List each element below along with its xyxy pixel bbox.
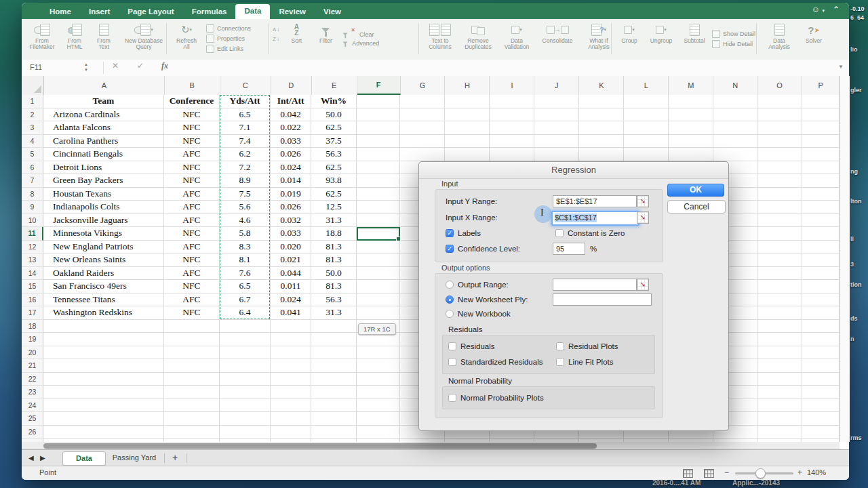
column-header-O[interactable]: O <box>757 76 802 95</box>
row-header-15[interactable]: 15 <box>22 280 43 293</box>
grid-cell[interactable]: Arizona Cardinals <box>43 108 164 122</box>
grid-cell[interactable]: AFC <box>164 267 220 281</box>
grid-cell[interactable] <box>802 253 840 267</box>
range-picker-icon[interactable]: ➘ <box>637 211 649 224</box>
grid-cell[interactable]: 0.019 <box>271 188 311 201</box>
grid-cell[interactable] <box>220 359 271 373</box>
text-to-columns-button[interactable]: Text to Columns <box>423 21 457 51</box>
grid-cell[interactable]: AFC <box>164 188 220 201</box>
output-range-label[interactable]: Output Range: <box>458 281 509 289</box>
collapse-ribbon-icon[interactable]: ⌃ <box>833 5 840 14</box>
grid-cell[interactable]: 62.5 <box>311 121 357 135</box>
grid-cell[interactable] <box>757 241 802 254</box>
grid-cell[interactable] <box>802 359 840 373</box>
desktop-icon-label[interactable]: ng <box>850 168 858 175</box>
output-range-field[interactable] <box>553 279 637 291</box>
grid-cell[interactable] <box>802 108 840 122</box>
grid-cell[interactable]: Oakland Raiders <box>43 267 164 281</box>
grid-cell[interactable] <box>311 399 357 413</box>
desktop-icon-label[interactable]: n <box>850 336 854 342</box>
subtotal-button[interactable]: Subtotal <box>679 21 709 44</box>
output-range-radio[interactable] <box>446 281 454 289</box>
grid-cell[interactable]: 56.3 <box>311 293 357 307</box>
grid-cell[interactable] <box>534 135 579 148</box>
column-header-B[interactable]: B <box>165 76 220 95</box>
grid-cell[interactable]: 0.033 <box>271 227 311 241</box>
grid-cell[interactable] <box>802 373 840 386</box>
grid-cell[interactable] <box>802 386 840 399</box>
sort-descending-button[interactable]: Z↓ <box>273 36 280 42</box>
solver-button[interactable]: ?➤ Solver <box>799 21 829 44</box>
grid-cell[interactable] <box>624 95 669 108</box>
from-filemaker-button[interactable]: From FileMaker <box>26 21 58 51</box>
grid-cell[interactable]: NFC <box>164 108 220 122</box>
grid-cell[interactable] <box>802 280 840 293</box>
desktop-icon-label[interactable]: rms <box>850 434 862 441</box>
grid-cell[interactable] <box>43 386 164 399</box>
column-header-J[interactable]: J <box>534 76 579 95</box>
clear-filter-button[interactable]: ✕Clear <box>341 31 398 38</box>
desktop-icon-label[interactable]: 6_64 <box>850 14 864 21</box>
row-header-3[interactable]: 3 <box>22 121 43 135</box>
formula-bar-expand-icon[interactable]: ▼ <box>838 64 844 70</box>
grid-cell[interactable] <box>757 253 802 267</box>
grid-cell[interactable] <box>802 174 840 188</box>
desktop-icon-label[interactable]: lio <box>850 46 858 53</box>
column-header-C[interactable]: C <box>220 76 271 95</box>
ribbon-tab-home[interactable]: Home <box>41 5 80 19</box>
ribbon-tab-review[interactable]: Review <box>270 5 315 19</box>
grid-cell[interactable] <box>757 426 802 439</box>
row-header-25[interactable]: 25 <box>22 412 43 426</box>
grid-cell[interactable]: 81.3 <box>311 280 357 293</box>
grid-cell[interactable]: 0.041 <box>271 306 311 320</box>
new-worksheet-label[interactable]: New Worksheet Ply: <box>458 296 528 304</box>
grid-cell[interactable]: 0.020 <box>271 241 311 254</box>
grid-cell[interactable] <box>220 426 271 439</box>
grid-cell[interactable] <box>357 412 400 426</box>
column-header-I[interactable]: I <box>490 76 534 95</box>
residual-plots-checkbox[interactable] <box>556 342 564 350</box>
desktop-icon-label[interactable]: 3 <box>850 261 854 268</box>
grid-cell[interactable]: 6.5 <box>220 108 271 122</box>
grid-cell[interactable]: Houstan Texans <box>43 188 164 201</box>
grid-cell[interactable]: 0.033 <box>271 135 311 148</box>
line-fit-plots-checkbox[interactable] <box>556 358 564 366</box>
grid-cell[interactable] <box>757 188 802 201</box>
new-database-query-button[interactable]: ▾ New Database Query <box>119 21 168 51</box>
grid-cell[interactable]: 6.2 <box>220 148 271 161</box>
column-header-D[interactable]: D <box>271 76 312 95</box>
grid-cell[interactable] <box>802 241 840 254</box>
grid-cell[interactable] <box>802 320 840 333</box>
row-header-9[interactable]: 9 <box>22 201 43 214</box>
ribbon-tab-formulas[interactable]: Formulas <box>183 5 236 19</box>
grid-cell[interactable] <box>713 95 757 108</box>
grid-cell[interactable]: 0.022 <box>271 121 311 135</box>
desktop-icon-label[interactable]: gler <box>850 87 862 94</box>
grid-cell[interactable] <box>757 148 802 161</box>
grid-cell[interactable]: 37.5 <box>311 135 357 148</box>
desktop-icon-label[interactable]: lton <box>850 198 862 205</box>
grid-cell[interactable] <box>164 426 220 439</box>
name-box-stepper[interactable]: ▲▼ <box>84 62 88 73</box>
grid-cell[interactable] <box>757 227 802 241</box>
grid-cell[interactable]: 0.026 <box>271 201 311 214</box>
grid-cell[interactable] <box>713 135 757 148</box>
grid-cell[interactable]: 4.6 <box>220 214 271 228</box>
column-header-L[interactable]: L <box>624 76 669 95</box>
cancel-button[interactable]: Cancel <box>667 200 726 214</box>
grid-cell[interactable]: 0.021 <box>271 253 311 267</box>
grid-cell[interactable] <box>757 161 802 175</box>
grid-cell[interactable] <box>802 333 840 346</box>
prev-sheet-icon[interactable]: ◀ <box>28 454 34 462</box>
row-header-1[interactable]: 1 <box>22 95 43 108</box>
grid-cell[interactable] <box>579 108 624 122</box>
labels-checkbox-label[interactable]: Labels <box>458 229 481 237</box>
grid-cell[interactable] <box>357 399 400 413</box>
grid-cell[interactable] <box>757 201 802 214</box>
column-header-E[interactable]: E <box>312 76 357 95</box>
show-detail-button[interactable]: Show Detail <box>712 30 762 38</box>
grid-cell[interactable] <box>220 386 271 399</box>
desktop-icon-label[interactable]: -0.10 <box>850 5 865 12</box>
grid-cell[interactable]: 62.5 <box>311 188 357 201</box>
zoom-percentage[interactable]: 140% <box>807 468 826 476</box>
